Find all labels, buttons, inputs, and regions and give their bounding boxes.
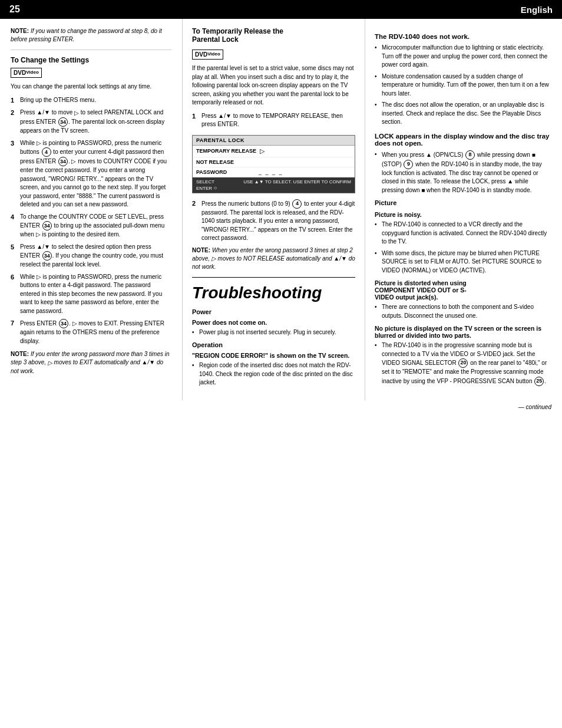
list-item: 1 Press ▲/▼ to move to TEMPORARY RELEASE… [192,112,355,129]
mid-column: To Temporarily Release theParental Lock … [183,19,365,400]
note1-bold: NOTE: [11,28,29,34]
list-item: Region code of the inserted disc does no… [192,361,355,387]
picture-distorted-title: Picture is distorted when usingCOMPONENT… [375,279,551,301]
header-bar: 25 English [0,0,562,19]
note1: NOTE: If you want to change the password… [11,27,171,44]
note1-text: If you want to change the password at st… [11,28,162,42]
list-item: The RDV-1040 is in the progressive scann… [375,341,551,386]
operation-bullets: Region code of the inserted disc does no… [192,361,355,387]
change-settings-list: 1 Bring up the OTHERS menu. 2 Press ▲/▼ … [11,96,171,346]
temp-release-steps: 1 Press ▲/▼ to move to TEMPORARY RELEASE… [192,112,355,129]
list-item: 2 Press the numeric buttons (0 to 9) 4 t… [192,199,355,243]
screen-cursor-icon: ▷ [260,147,265,155]
picture-noisy-title: Picture is noisy. [375,211,551,218]
rdv-not-work-bullets: Microcomputer malfunction due to lightni… [375,44,551,127]
rdv-not-work-title: The RDV-1040 does not work. [375,33,551,40]
badge-34e: 34 [59,319,68,328]
picture-distorted-bullets: There are connections to both the compon… [375,303,551,320]
cursor-icon: ▷ [37,139,41,148]
badge-34b: 34 [58,157,68,166]
operation-section-title: Operation [192,341,355,348]
main-content: NOTE: If you want to change the password… [0,19,562,400]
note2-bold: NOTE: [11,351,29,357]
temp-release-note-bold: NOTE: [192,247,210,253]
temp-release-body: If the parental level is set to a strict… [192,64,355,107]
lock-appears-title: LOCK appears in the display window and t… [375,133,551,147]
picture-noisy-bullets: The RDV-1040 is connected to a VCR direc… [375,220,551,275]
list-item: 1 Bring up the OTHERS menu. [11,96,171,106]
picture-section-title: Picture [375,199,551,206]
change-settings-body: You can change the parental lock setting… [11,83,171,91]
lock-appears-bullets: When you press ▲ (OPN/CLS) 8 while press… [375,150,551,195]
list-item: 2 Press ▲/▼ to move ▷ to select PARENTAL… [11,108,171,135]
power-section-title: Power [192,308,355,315]
dvd-badge-line1: DVD [14,70,26,76]
note2: NOTE: If you enter the wrong password mo… [11,350,171,375]
list-item: The RDV-1040 is connected to a VCR direc… [375,220,551,246]
dvd-badge-line2: Video [26,70,39,75]
section-divider [192,277,355,278]
list-item: 4 To change the COUNTRY CODE or SET LEVE… [11,213,171,239]
divider1 [11,50,171,50]
note2-text: If you enter the wrong password more tha… [11,351,170,374]
screen-row-password: PASSWORD _ _ _ _ [193,167,355,177]
parental-lock-screen: PARENTAL LOCK TEMPORARY RELEASE ▷ NOT RE… [192,135,355,193]
cursor-icon: ▷ [74,109,79,118]
list-item: 3 While ▷ is pointing to PASSWORD, press… [11,139,171,209]
dvd-badge-mid-line1: DVD [195,51,207,58]
badge-4: 4 [42,147,51,157]
badge-34: 34 [58,117,68,127]
list-item: 6 While ▷ is pointing to PASSWORD, press… [11,273,171,316]
badge-25: 25 [534,377,544,386]
list-item: 5 Press ▲/▼ to select the desired option… [11,243,171,269]
badge-20: 20 [458,358,468,368]
no-picture-bullets: The RDV-1040 is in the progressive scann… [375,341,551,386]
left-column: NOTE: If you want to change the password… [0,19,183,400]
list-item: With some discs, the picture may be blur… [375,249,551,275]
right-column: The RDV-1040 does not work. Microcompute… [365,19,562,400]
continued-footer: — continued [0,400,562,414]
screen-footer: SELECTENTER ○ USE ▲▼ TO SELECT. USE ENTE… [193,177,355,193]
screen-footer-left: SELECTENTER ○ [196,179,217,191]
language-label: English [521,5,553,15]
badge-4-mid: 4 [292,199,302,209]
screen-row-temporary: TEMPORARY RELEASE ▷ [193,146,355,157]
list-item: Moisture condensation caused by a sudden… [375,73,551,98]
list-item: Microcomputer malfunction due to lightni… [375,44,551,70]
temp-release-title: To Temporarily Release theParental Lock [192,27,355,44]
list-item: The disc does not allow the operation, o… [375,101,551,127]
screen-row-notrelease: NOT RELEASE [193,157,355,167]
list-item: 7 Press ENTER 34. ▷ moves to EXIT. Press… [11,319,171,345]
region-code-error: "REGION CODE ERROR!" is shown on the TV … [192,352,355,359]
list-item: There are connections to both the compon… [375,303,551,320]
dvd-badge-mid-line2: Video [207,52,220,57]
troubleshooting-title: Troubleshooting [192,284,355,302]
badge-34d: 34 [42,251,52,261]
screen-footer-right: USE ▲▼ TO SELECT. USE ENTER TO CONFIRM [243,179,351,191]
no-picture-title: No picture is displayed on the TV screen… [375,325,551,339]
power-does-not-come-on: Power does not come on. [192,319,355,326]
password-dots: _ _ _ _ [259,169,283,175]
page-number: 25 [9,4,20,15]
dvd-badge-left: DVD Video [11,68,42,78]
badge-8: 8 [465,150,475,160]
list-item: When you press ▲ (OPN/CLS) 8 while press… [375,150,551,195]
badge-34c: 34 [42,221,52,230]
screen-title: PARENTAL LOCK [193,136,355,146]
temp-release-step2-list: 2 Press the numeric buttons (0 to 9) 4 t… [192,199,355,243]
power-bullets: Power plug is not inserted securely. Plu… [192,328,355,337]
change-settings-title: To Change the Settings [11,56,171,64]
list-item: Power plug is not inserted securely. Plu… [192,328,355,337]
dvd-badge-mid: DVD Video [192,50,223,60]
temp-release-note: NOTE: When you enter the wrong password … [192,246,355,271]
badge-9: 9 [404,160,413,169]
continued-text: — continued [518,404,551,410]
